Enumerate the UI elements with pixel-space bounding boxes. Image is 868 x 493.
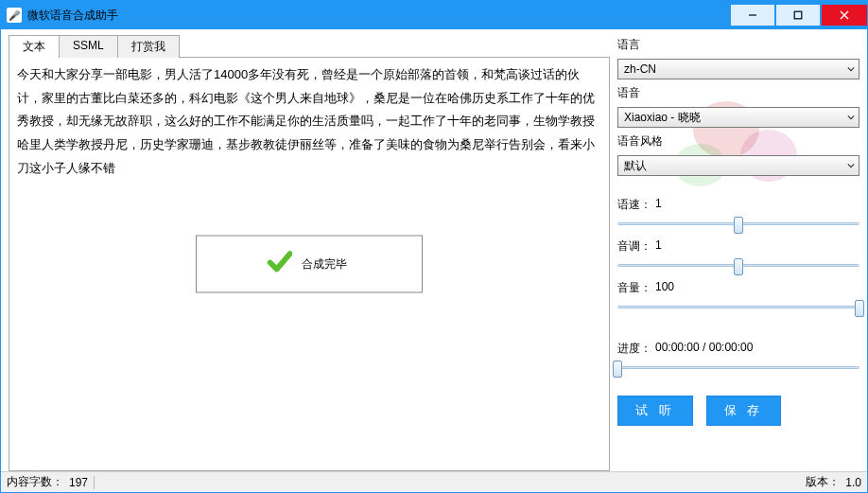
chevron-down-icon xyxy=(847,111,855,124)
listen-button[interactable]: 试 听 xyxy=(617,396,693,426)
pitch-value: 1 xyxy=(655,238,662,255)
window-title: 微软语音合成助手 xyxy=(27,8,118,24)
rate-slider[interactable] xyxy=(617,215,859,232)
chevron-down-icon xyxy=(847,159,855,172)
language-label: 语言 xyxy=(617,37,859,53)
volume-slider[interactable] xyxy=(617,298,859,315)
pitch-slider[interactable] xyxy=(617,256,859,273)
maximize-icon xyxy=(793,10,803,20)
progress-label: 进度： xyxy=(617,341,651,357)
rate-thumb[interactable] xyxy=(734,217,743,234)
status-bar: 内容字数：197 版本：1.0 xyxy=(1,471,867,492)
volume-value: 100 xyxy=(655,280,674,296)
minimize-icon xyxy=(748,10,757,20)
style-select[interactable]: 默认 xyxy=(617,155,859,176)
tab-text[interactable]: 文本 xyxy=(9,35,60,58)
tab-bar: 文本 SSML 打赏我 xyxy=(9,35,610,58)
pitch-thumb[interactable] xyxy=(734,258,743,275)
voice-label: 语音 xyxy=(617,85,859,101)
voice-select[interactable]: Xiaoxiao - 晓晓 xyxy=(617,107,859,128)
tab-panel-text: 合成完毕 xyxy=(9,57,610,471)
progress-thumb[interactable] xyxy=(613,361,622,378)
tab-donate[interactable]: 打赏我 xyxy=(117,35,180,58)
volume-label: 音量： xyxy=(617,280,651,296)
language-value: zh-CN xyxy=(624,62,656,76)
volume-thumb[interactable] xyxy=(855,300,864,317)
rate-value: 1 xyxy=(655,197,662,213)
language-select[interactable]: zh-CN xyxy=(617,59,859,79)
style-label: 语音风格 xyxy=(617,133,859,150)
app-icon: 🎤 xyxy=(7,8,22,23)
rate-row: 语速：1 xyxy=(617,197,859,233)
left-panel: 文本 SSML 打赏我 合成完毕 xyxy=(9,35,610,471)
char-count-label: 内容字数： xyxy=(7,474,63,490)
svg-rect-1 xyxy=(794,11,802,19)
progress-slider[interactable] xyxy=(617,359,859,376)
toast-message: 合成完毕 xyxy=(302,256,347,273)
app-window: 🎤 微软语音合成助手 文本 SSML 打赏我 xyxy=(0,0,868,493)
char-count-value: 197 xyxy=(69,476,88,489)
save-button[interactable]: 保 存 xyxy=(706,396,782,426)
pitch-label: 音调： xyxy=(617,238,651,255)
close-icon xyxy=(840,10,849,20)
version-value: 1.0 xyxy=(845,476,861,489)
minimize-button[interactable] xyxy=(731,5,774,26)
chevron-down-icon xyxy=(847,62,855,76)
version-label: 版本： xyxy=(806,474,840,490)
titlebar: 🎤 微软语音合成助手 xyxy=(1,1,867,29)
check-icon xyxy=(266,250,292,279)
status-toast: 合成完毕 xyxy=(196,236,423,293)
style-value: 默认 xyxy=(624,158,647,174)
right-panel: 语言 zh-CN 语音 Xiaoxiao - 晓晓 语音风格 默认 语速：1 xyxy=(617,35,859,471)
rate-label: 语速： xyxy=(617,197,651,213)
maximize-button[interactable] xyxy=(776,5,820,26)
tab-ssml[interactable]: SSML xyxy=(59,35,118,58)
volume-row: 音量：100 xyxy=(617,280,859,316)
progress-value: 00:00:00 / 00:00:00 xyxy=(655,341,753,357)
progress-row: 进度：00:00:00 / 00:00:00 xyxy=(617,341,859,377)
voice-value: Xiaoxiao - 晓晓 xyxy=(624,110,701,126)
pitch-row: 音调：1 xyxy=(617,238,859,274)
close-button[interactable] xyxy=(822,5,867,26)
